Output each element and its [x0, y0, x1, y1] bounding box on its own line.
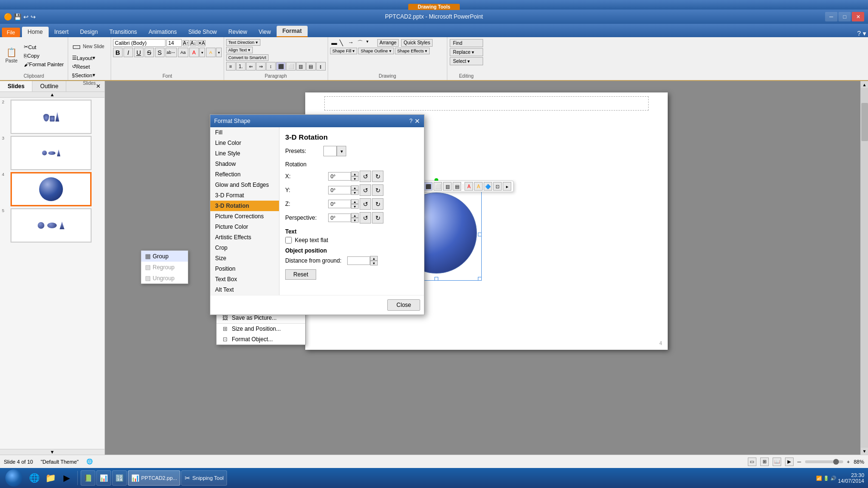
- perspective-spin-up[interactable]: ▲: [351, 213, 359, 218]
- perspective-value-input[interactable]: [328, 214, 351, 222]
- perspective-rotate-left[interactable]: ↺: [360, 212, 371, 224]
- x-spin-up[interactable]: ▲: [351, 172, 359, 176]
- copy-button[interactable]: ⎘ Copy: [22, 52, 66, 60]
- columns-button[interactable]: ⫿: [316, 62, 326, 71]
- tab-view[interactable]: View: [253, 27, 277, 37]
- start-button[interactable]: [2, 469, 26, 487]
- dialog-close-button[interactable]: ✕: [414, 117, 420, 125]
- dialog-item-shadow[interactable]: Shadow: [210, 159, 279, 169]
- context-menu-size-position[interactable]: ⊞ Size and Position...: [217, 324, 305, 334]
- dialog-item-line-color[interactable]: Line Color: [210, 138, 279, 148]
- quick-access-save[interactable]: 💾: [14, 13, 21, 20]
- view-sorter[interactable]: ⊞: [760, 458, 769, 466]
- shape-arrow-icon[interactable]: →: [348, 39, 357, 47]
- align-right-button[interactable]: ▥: [296, 62, 306, 71]
- context-menu-format-object[interactable]: ⊡ Format Object...: [217, 334, 305, 345]
- shadow-button[interactable]: S: [155, 48, 165, 57]
- view-slideshow[interactable]: ▶: [785, 458, 794, 466]
- font-color-button[interactable]: A: [189, 48, 199, 57]
- mini-align-left-button[interactable]: ⬛: [424, 182, 433, 191]
- tab-review[interactable]: Review: [223, 27, 253, 37]
- taskbar-excel-btn[interactable]: 📊: [96, 470, 111, 486]
- tab-design[interactable]: Design: [74, 27, 103, 37]
- align-text-button[interactable]: Align Text ▾: [226, 47, 253, 53]
- x-spin-down[interactable]: ▼: [351, 176, 359, 181]
- taskbar-explorer-icon[interactable]: 📁: [43, 470, 58, 486]
- line-spacing-button[interactable]: ↕: [266, 62, 276, 71]
- case-button[interactable]: Aa: [178, 48, 188, 57]
- strikethrough-button[interactable]: S: [145, 48, 154, 57]
- taskbar-snipping-btn[interactable]: ✂ Snipping Tool: [181, 470, 227, 486]
- shape-rect-icon[interactable]: ▬: [330, 39, 339, 47]
- tab-animations[interactable]: Animations: [143, 27, 182, 37]
- handle-mr[interactable]: [478, 233, 482, 236]
- distance-spin-up[interactable]: ▲: [370, 256, 378, 261]
- dialog-item-picture-corrections[interactable]: Picture Corrections: [210, 211, 279, 222]
- mini-more-button[interactable]: ▸: [503, 182, 511, 191]
- dialog-item-reflection[interactable]: Reflection: [210, 169, 279, 180]
- new-slide-button[interactable]: ▭ New Slide: [70, 39, 106, 53]
- quick-styles-button[interactable]: Quick Styles: [401, 39, 433, 47]
- convert-smartart-button[interactable]: Convert to SmartArt: [226, 54, 269, 61]
- ribbon-help-icon[interactable]: ?: [857, 30, 861, 37]
- y-spin-up[interactable]: ▲: [351, 185, 359, 190]
- dialog-item-3d-format[interactable]: 3-D Format: [210, 190, 279, 201]
- dialog-item-3d-rotation[interactable]: 3-D Rotation: [210, 201, 279, 211]
- handle-br[interactable]: [478, 277, 482, 281]
- x-rotate-left[interactable]: ↺: [360, 171, 371, 182]
- outline-tab[interactable]: Outline: [32, 81, 66, 92]
- shape-line-icon[interactable]: ╲: [339, 39, 348, 47]
- taskbar-ie-icon[interactable]: 🌐: [27, 470, 42, 486]
- arrange-button[interactable]: Arrange: [377, 39, 399, 47]
- presets-dropdown-btn[interactable]: ▾: [337, 146, 346, 156]
- z-value-input[interactable]: [328, 200, 351, 208]
- spacing-button[interactable]: ab↔: [165, 48, 177, 57]
- dialog-item-line-style[interactable]: Line Style: [210, 148, 279, 159]
- cut-button[interactable]: ✂ Cut: [22, 43, 66, 51]
- select-button[interactable]: Select ▾: [450, 57, 483, 65]
- handle-bc[interactable]: [434, 277, 438, 281]
- z-rotate-left[interactable]: ↺: [360, 198, 371, 210]
- side-menu-ungroup[interactable]: ▨ Ungroup: [141, 273, 188, 284]
- y-spin-down[interactable]: ▼: [351, 190, 359, 195]
- replace-button[interactable]: Replace ▾: [450, 48, 483, 56]
- presets-preview[interactable]: [323, 146, 337, 156]
- y-rotate-left[interactable]: ↺: [360, 184, 371, 196]
- distance-spin-down[interactable]: ▼: [370, 261, 378, 265]
- x-rotate-right[interactable]: ↻: [372, 171, 383, 182]
- scroll-down[interactable]: ▼: [0, 449, 104, 455]
- close-button[interactable]: ✕: [852, 12, 864, 21]
- font-name-input[interactable]: [113, 39, 165, 47]
- x-value-input[interactable]: [328, 172, 351, 181]
- mini-font-color-button[interactable]: A: [465, 182, 473, 191]
- zoom-plus[interactable]: +: [847, 459, 850, 465]
- scroll-thumb[interactable]: [861, 103, 868, 141]
- shape-effects-button[interactable]: Shape Effects ▾: [395, 48, 430, 54]
- z-spin-down[interactable]: ▼: [351, 204, 359, 209]
- dialog-item-fill[interactable]: Fill: [210, 127, 279, 138]
- tab-insert[interactable]: Insert: [49, 27, 74, 37]
- distance-input[interactable]: [347, 256, 370, 265]
- indent-more-button[interactable]: ⇒: [256, 62, 266, 71]
- tab-slideshow[interactable]: Slide Show: [183, 27, 223, 37]
- dialog-item-text-box[interactable]: Text Box: [210, 274, 279, 285]
- ribbon-minimize-icon[interactable]: ▾: [863, 30, 866, 37]
- mini-align-right-button[interactable]: ▥: [443, 182, 452, 191]
- align-center-button[interactable]: ⬜: [286, 62, 296, 71]
- side-menu-regroup[interactable]: ▧ Regroup: [141, 262, 188, 273]
- scroll-down-btn[interactable]: ▼: [861, 447, 868, 455]
- italic-button[interactable]: I: [124, 48, 133, 57]
- paste-button[interactable]: 📋 Paste: [2, 46, 21, 65]
- decrease-font-button[interactable]: A↓: [190, 40, 196, 46]
- shape-curved-icon[interactable]: ⌒: [357, 39, 366, 47]
- section-button[interactable]: § Section ▾: [70, 71, 97, 79]
- font-color-dropdown[interactable]: ▾: [199, 48, 205, 57]
- dialog-help-button[interactable]: ?: [409, 117, 413, 125]
- dialog-item-glow[interactable]: Glow and Soft Edges: [210, 180, 279, 190]
- side-menu-group[interactable]: ▦ Group: [141, 251, 188, 262]
- tab-file[interactable]: File: [2, 28, 20, 37]
- slide-thumb-5[interactable]: [10, 208, 92, 243]
- underline-button[interactable]: U: [134, 48, 144, 57]
- scroll-up-btn[interactable]: ▲: [861, 81, 868, 89]
- shape-outline-button[interactable]: Shape Outline ▾: [358, 48, 394, 54]
